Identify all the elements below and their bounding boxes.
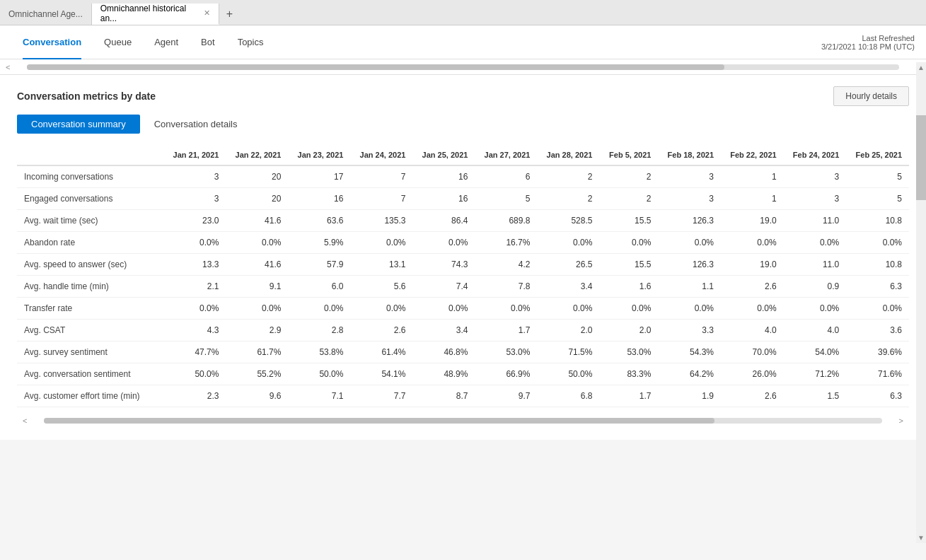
- scroll-down-icon[interactable]: ▼: [916, 532, 926, 543]
- cell-r3-c8: 0.0%: [658, 232, 721, 254]
- bottom-horizontal-scrollbar[interactable]: [44, 418, 881, 424]
- cell-r0-c1: 20: [226, 165, 288, 188]
- cell-r3-c11: 0.0%: [846, 232, 909, 254]
- tab-conversation-summary[interactable]: Conversation summary: [17, 115, 140, 134]
- cell-r10-c1: 9.6: [226, 385, 288, 407]
- cell-r9-c9: 26.0%: [721, 363, 784, 385]
- sub-tab-bar: Conversation summary Conversation detail…: [17, 115, 909, 134]
- cell-r5-c4: 7.4: [412, 276, 475, 298]
- cell-r5-c3: 5.6: [350, 276, 412, 298]
- cell-r7-c1: 2.9: [226, 320, 288, 342]
- cell-r2-c4: 86.4: [412, 210, 475, 232]
- scroll-thumb[interactable]: [916, 115, 926, 200]
- cell-r10-c7: 1.7: [599, 385, 658, 407]
- bottom-scroll-left-icon[interactable]: <: [17, 416, 33, 425]
- add-tab-button[interactable]: +: [219, 5, 240, 23]
- cell-r6-c1: 0.0%: [226, 298, 288, 320]
- cell-r6-c7: 0.0%: [599, 298, 658, 320]
- cell-r8-c4: 46.8%: [412, 342, 475, 363]
- cell-r1-c5: 5: [475, 188, 537, 210]
- cell-r8-c2: 53.8%: [288, 342, 350, 363]
- cell-r4-c5: 4.2: [475, 254, 537, 276]
- cell-r2-c7: 15.5: [599, 210, 658, 232]
- cell-r9-c8: 64.2%: [658, 363, 721, 385]
- nav-bot[interactable]: Bot: [190, 25, 226, 59]
- cell-r3-c3: 0.0%: [350, 232, 412, 254]
- cell-r2-c5: 689.8: [475, 210, 537, 232]
- cell-r7-c2: 2.8: [288, 320, 350, 342]
- cell-r8-c8: 54.3%: [658, 342, 721, 363]
- horizontal-scrollbar[interactable]: [27, 64, 898, 70]
- cell-r1-c6: 2: [537, 188, 599, 210]
- tab-omnichannel-agent[interactable]: Omnichannel Age...: [0, 4, 92, 25]
- hourly-details-button[interactable]: Hourly details: [833, 86, 909, 106]
- row-label: Avg. CSAT: [17, 320, 163, 342]
- cell-r1-c11: 5: [846, 188, 909, 210]
- cell-r3-c0: 0.0%: [163, 232, 226, 254]
- column-header-2: Jan 23, 2021: [288, 145, 350, 165]
- cell-r1-c0: 3: [163, 188, 226, 210]
- bottom-scroll-right-icon[interactable]: >: [893, 416, 909, 425]
- cell-r2-c11: 10.8: [846, 210, 909, 232]
- cell-r8-c0: 47.7%: [163, 342, 226, 363]
- cell-r1-c7: 2: [599, 188, 658, 210]
- tab-conversation-details[interactable]: Conversation details: [140, 115, 252, 134]
- cell-r2-c1: 41.6: [226, 210, 288, 232]
- cell-r4-c4: 74.3: [412, 254, 475, 276]
- cell-r9-c11: 71.6%: [846, 363, 909, 385]
- cell-r1-c1: 20: [226, 188, 288, 210]
- close-icon[interactable]: ✕: [204, 8, 210, 18]
- cell-r9-c1: 55.2%: [226, 363, 288, 385]
- nav-agent[interactable]: Agent: [143, 25, 190, 59]
- cell-r8-c11: 39.6%: [846, 342, 909, 363]
- cell-r3-c7: 0.0%: [599, 232, 658, 254]
- cell-r0-c3: 7: [350, 165, 412, 188]
- cell-r2-c3: 135.3: [350, 210, 412, 232]
- cell-r5-c0: 2.1: [163, 276, 226, 298]
- cell-r6-c5: 0.0%: [475, 298, 537, 320]
- table-row: Avg. handle time (min)2.19.16.05.67.47.8…: [17, 276, 909, 298]
- top-scroll-bar[interactable]: < >: [0, 59, 926, 75]
- cell-r1-c3: 7: [350, 188, 412, 210]
- column-header-8: Feb 18, 2021: [658, 145, 721, 165]
- scroll-up-icon[interactable]: ▲: [916, 62, 926, 73]
- cell-r5-c11: 6.3: [846, 276, 909, 298]
- table-row: Abandon rate0.0%0.0%5.9%0.0%0.0%16.7%0.0…: [17, 232, 909, 254]
- table-header-row: Jan 21, 2021Jan 22, 2021Jan 23, 2021Jan …: [17, 145, 909, 165]
- row-label: Avg. handle time (min): [17, 276, 163, 298]
- cell-r9-c0: 50.0%: [163, 363, 226, 385]
- cell-r9-c2: 50.0%: [288, 363, 350, 385]
- table-row: Avg. CSAT4.32.92.82.63.41.72.02.03.34.04…: [17, 320, 909, 342]
- cell-r5-c2: 6.0: [288, 276, 350, 298]
- cell-r2-c2: 63.6: [288, 210, 350, 232]
- scroll-left-icon[interactable]: <: [0, 63, 16, 71]
- cell-r5-c5: 7.8: [475, 276, 537, 298]
- cell-r7-c10: 4.0: [784, 320, 847, 342]
- section-header: Conversation metrics by date Hourly deta…: [17, 86, 909, 106]
- cell-r0-c0: 3: [163, 165, 226, 188]
- cell-r5-c10: 0.9: [784, 276, 847, 298]
- table-row: Engaged conversations320167165223135: [17, 188, 909, 210]
- nav-conversation[interactable]: Conversation: [11, 25, 93, 59]
- cell-r4-c6: 26.5: [537, 254, 599, 276]
- cell-r4-c2: 57.9: [288, 254, 350, 276]
- nav-queue[interactable]: Queue: [93, 25, 143, 59]
- bottom-scroll-bar[interactable]: < >: [17, 413, 909, 428]
- cell-r8-c9: 70.0%: [721, 342, 784, 363]
- cell-r7-c4: 3.4: [412, 320, 475, 342]
- cell-r0-c2: 17: [288, 165, 350, 188]
- cell-r5-c9: 2.6: [721, 276, 784, 298]
- cell-r3-c2: 5.9%: [288, 232, 350, 254]
- column-header-4: Jan 25, 2021: [412, 145, 475, 165]
- column-header-10: Feb 24, 2021: [784, 145, 847, 165]
- nav-topics[interactable]: Topics: [226, 25, 275, 59]
- row-label: Abandon rate: [17, 232, 163, 254]
- row-label: Incoming conversations: [17, 165, 163, 188]
- vertical-scrollbar[interactable]: ▲ ▼: [916, 62, 926, 543]
- cell-r2-c8: 126.3: [658, 210, 721, 232]
- cell-r1-c10: 3: [784, 188, 847, 210]
- cell-r10-c0: 2.3: [163, 385, 226, 407]
- row-label: Avg. conversation sentiment: [17, 363, 163, 385]
- cell-r10-c8: 1.9: [658, 385, 721, 407]
- tab-omnichannel-historical[interactable]: Omnichannel historical an... ✕: [92, 4, 219, 25]
